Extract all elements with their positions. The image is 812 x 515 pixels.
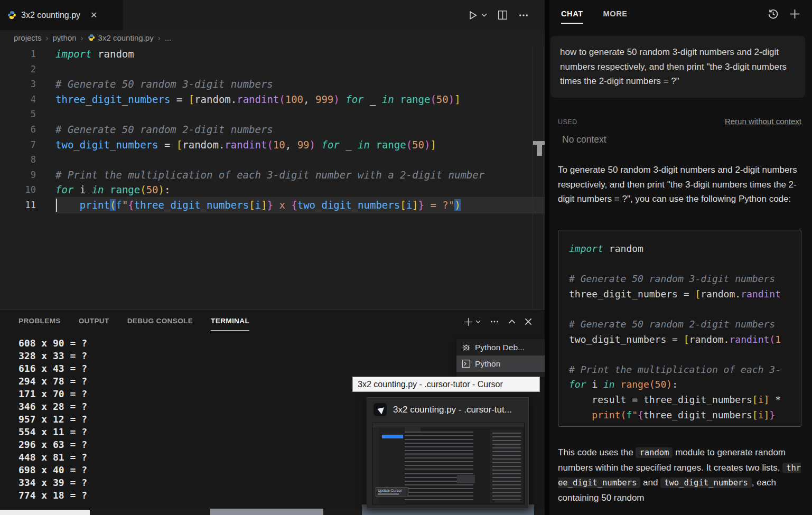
terminal-line: 616 x 43 = ? (18, 362, 87, 375)
chat-code-block[interactable]: import random # Generate 50 random 3-dig… (558, 230, 801, 427)
panel-tab-problems[interactable]: PROBLEMS (18, 317, 61, 331)
outro-text: This code uses the (558, 447, 636, 457)
terminal-line: 774 x 18 = ? (18, 489, 87, 502)
gutter-marker (537, 145, 542, 156)
line-number: 6 (0, 122, 36, 137)
chat-history-icon[interactable] (768, 8, 779, 20)
cursor-logo-icon (374, 403, 387, 416)
panel-tabs: PROBLEMSOUTPUTDEBUG CONSOLETERMINAL (18, 317, 249, 331)
mini-chat-panel (490, 429, 523, 503)
launch-profile-chevron-icon (475, 319, 481, 324)
breadcrumb-python[interactable]: python (53, 33, 77, 42)
terminal-profile-menu: Python Deb...Python (456, 339, 545, 377)
code-line (55, 107, 545, 122)
chat-code-content: import random # Generate 50 random 3-dig… (569, 241, 801, 423)
mini-active-line (405, 453, 473, 455)
no-context-label: No context (562, 134, 606, 145)
line-number: 1 (0, 46, 36, 62)
chat-panel: CHATMORE how to generate 50 random 3-dig… (549, 0, 812, 515)
assistant-answer-outro: This code uses the random module to gene… (558, 445, 804, 505)
used-label: USED (558, 118, 577, 126)
terminal-line: 698 x 40 = ? (18, 464, 87, 476)
preview-thumbnail[interactable]: Update Cursor (372, 423, 525, 504)
tab-3x2-counting[interactable]: 3x2 counting.py ✕ (0, 0, 123, 30)
code-editor[interactable]: 1234567891011 import random # Generate 5… (0, 46, 545, 309)
debug-icon (462, 343, 471, 352)
mini-terminal-menu (457, 475, 475, 483)
breadcrumb-symbol[interactable]: ... (165, 33, 172, 42)
mini-editor (405, 432, 473, 471)
taskbar-preview-card[interactable]: 3x2 counting.py - .cursor-tut... Update … (367, 397, 529, 509)
line-number: 3 (0, 77, 36, 92)
run-python-button[interactable] (468, 10, 487, 21)
line-number: 4 (0, 92, 36, 107)
tab-title: 3x2 counting.py (21, 11, 80, 20)
views-ellipsis-icon[interactable] (490, 317, 499, 326)
maximize-panel-icon[interactable] (508, 318, 516, 325)
code-line: # Generate 50 random 3-digit numbers (55, 77, 545, 92)
breadcrumb-projects[interactable]: projects (14, 33, 42, 42)
terminal-line: 608 x 90 = ? (18, 337, 87, 350)
inline-code: two_digit_numbers (660, 477, 752, 488)
code-line: result = three_digit_numbers[i] * (569, 392, 801, 408)
terminal-line: 448 x 81 = ? (18, 451, 87, 464)
more-actions-icon[interactable] (518, 10, 529, 21)
context-used-row: USED Rerun without context (558, 117, 801, 126)
chat-tab-chat[interactable]: CHAT (561, 10, 583, 24)
new-terminal-icon[interactable] (464, 317, 481, 326)
line-number: 2 (0, 62, 36, 77)
chat-actions (768, 8, 800, 20)
code-line: print(f"{three_digit_numbers[i]} (569, 408, 801, 423)
code-line (55, 152, 545, 167)
terminal-line: 554 x 11 = ? (18, 426, 87, 438)
terminal-line: 346 x 28 = ? (18, 400, 87, 413)
code-line (569, 302, 801, 317)
code-line: two_digit_numbers = [random.randint(1 (569, 332, 801, 348)
code-line (569, 257, 801, 272)
code-line: for i in range(50): (55, 182, 545, 198)
panel-tab-debug-console[interactable]: DEBUG CONSOLE (127, 317, 193, 331)
breadcrumb[interactable]: projects › python › 3x2 counting.py › ..… (14, 30, 171, 45)
code-line: import random (55, 46, 545, 62)
split-editor-icon[interactable] (498, 10, 508, 20)
code-line: three_digit_numbers = [random.randint(10… (55, 92, 545, 107)
line-number: 7 (0, 137, 36, 153)
line-number: 11 (0, 198, 36, 213)
line-number: 5 (0, 107, 36, 122)
editor-tabbar: 3x2 counting.py ✕ (0, 0, 545, 30)
outro-text: and (640, 477, 660, 488)
python-icon (7, 11, 16, 20)
code-line: # Generate 50 random 2-digit numbers (569, 317, 801, 332)
breadcrumb-file[interactable]: 3x2 counting.py (88, 33, 154, 42)
code-line: import random (569, 241, 801, 257)
taskbar-white-segment (0, 510, 90, 515)
terminal-line: 957 x 12 = ? (18, 413, 87, 426)
terminal-line: 328 x 33 = ? (18, 350, 87, 362)
panel-actions (464, 317, 532, 326)
code-line (55, 62, 545, 77)
code-line: print(f"{three_digit_numbers[i]} x {two_… (55, 198, 545, 213)
terminal-line: 294 x 78 = ? (18, 375, 87, 388)
panel-divider[interactable] (545, 0, 549, 515)
mini-update-tooltip: Update Cursor (376, 487, 408, 497)
menu-item-python-deb-[interactable]: Python Deb... (456, 339, 545, 355)
tab-close-icon[interactable]: ✕ (90, 10, 97, 20)
mini-menubar (372, 423, 524, 427)
gutter-marker (533, 141, 545, 145)
code-line (569, 347, 801, 362)
menu-item-python[interactable]: Python (456, 355, 545, 372)
chat-tab-more[interactable]: MORE (603, 10, 628, 24)
taskbar-tooltip: 3x2 counting.py - .cursor-tutor - Cursor (352, 377, 540, 392)
terminal-line: 296 x 63 = ? (18, 438, 87, 451)
new-chat-icon[interactable] (789, 8, 800, 20)
close-panel-icon[interactable] (525, 318, 532, 325)
code-line: # Print the multiplication of each 3- (569, 362, 801, 378)
line-number: 9 (0, 167, 36, 183)
panel-tab-output[interactable]: OUTPUT (79, 317, 109, 331)
panel-tab-terminal[interactable]: TERMINAL (211, 317, 249, 331)
code-line: # Generate 50 random 2-digit numbers (55, 122, 545, 137)
terminal-output[interactable]: 608 x 90 = ?328 x 33 = ?616 x 43 = ?294 … (18, 337, 87, 502)
editor-toolbar (468, 0, 529, 30)
rerun-without-context-link[interactable]: Rerun without context (725, 117, 801, 126)
inline-code: random (636, 447, 673, 458)
